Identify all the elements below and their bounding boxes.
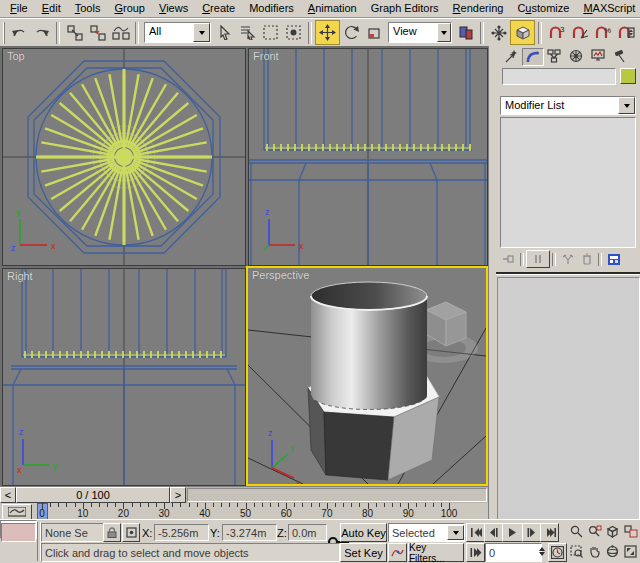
play-button[interactable] [502,523,523,542]
window-crossing-button[interactable] [282,21,305,44]
pin-stack-button[interactable] [499,252,518,267]
tab-hierarchy[interactable] [544,48,564,64]
default-tangents-button[interactable] [388,543,407,562]
goto-end-button[interactable] [540,523,559,542]
menu-modifiers[interactable]: Modifiers [242,1,301,16]
zoom-all-button[interactable] [586,523,603,540]
x-coord-field[interactable]: -5.256m [154,524,209,541]
prev-frame-button[interactable] [484,523,503,542]
frame-spinner[interactable] [537,544,546,559]
cylinder[interactable] [311,282,427,410]
show-end-result-button[interactable] [526,250,550,268]
modifier-list-dropdown[interactable]: Modifier List [500,96,636,115]
select-and-scale-button[interactable] [363,21,386,44]
key-filters-button[interactable]: Key Filters... [408,543,464,562]
viewport-perspective[interactable]: z y x Perspective [246,266,488,486]
undo-button[interactable] [7,21,30,44]
tab-utilities[interactable] [610,48,630,64]
remove-modifier-button[interactable] [577,252,596,267]
menu-customize[interactable]: Customize [510,1,576,16]
menu-tools[interactable]: Tools [68,1,108,16]
minmax-toggle-button[interactable] [622,543,639,560]
select-object-button[interactable] [213,21,236,44]
menu-rendering[interactable]: Rendering [446,1,511,16]
time-configuration-button[interactable] [548,543,567,562]
bind-to-spacewarp-button[interactable] [109,21,132,44]
spinner-snap-button[interactable] [614,21,637,44]
ruler-tick [302,503,303,507]
unlink-selection-button[interactable] [86,21,109,44]
ruler-number: 60 [281,508,292,519]
tab-create[interactable] [500,48,520,64]
region-zoom-button[interactable] [568,543,585,560]
reference-coordinate-dropdown[interactable]: View [388,22,452,43]
mini-curve-editor-button[interactable] [2,504,32,520]
dropdown-arrow-icon[interactable] [193,23,210,42]
viewport-front[interactable]: z x Front [248,48,488,266]
y-coord-field[interactable]: -3.274m [222,524,277,541]
time-slider-next-button[interactable]: > [170,487,186,503]
menu-edit[interactable]: Edit [35,1,68,16]
selection-lock-button[interactable] [103,523,121,542]
move-icon [319,24,336,41]
object-name-field[interactable] [502,68,616,85]
ruler-number: 90 [403,508,414,519]
z-coord-field[interactable]: 0.0m [288,524,327,541]
key-filter-dropdown[interactable]: Selected [388,523,465,542]
selection-filter-dropdown[interactable]: All [144,22,211,43]
object-color-swatch[interactable] [620,68,636,84]
dropdown-arrow-icon[interactable] [618,97,635,114]
use-pivot-center-button[interactable] [454,21,477,44]
select-by-name-button[interactable] [236,21,259,44]
menu-group[interactable]: Group [107,1,152,16]
track-bar-ruler[interactable]: 0102030405060708090100 [32,503,486,520]
tab-display[interactable] [588,48,608,64]
menu-views[interactable]: Views [152,1,195,16]
make-unique-button[interactable] [558,252,577,267]
time-slider-handle[interactable]: 0 / 100 [16,487,170,503]
menu-maxscript[interactable]: MAXScript [576,1,640,16]
maxscript-macro-recorder[interactable] [1,523,36,542]
menu-file[interactable]: File [3,1,35,16]
time-slider-prev-button[interactable]: < [0,487,16,503]
menu-graph-editors[interactable]: Graph Editors [364,1,446,16]
time-slider-track[interactable] [187,488,487,502]
select-and-rotate-button[interactable] [340,21,363,44]
ruler-tick [172,503,173,507]
auto-key-button[interactable]: Auto Key [340,523,387,542]
zoom-extents-button[interactable] [604,523,621,540]
rollout-area[interactable] [497,277,640,520]
absolute-mode-button[interactable] [122,523,140,542]
percent-snap-button[interactable]: % [591,21,614,44]
zoom-extents-all-button[interactable] [622,523,639,540]
select-and-link-button[interactable] [63,21,86,44]
key-filter-value: Selected [392,527,447,539]
select-and-move-button[interactable] [315,20,340,45]
select-and-manipulate-button[interactable] [487,21,510,44]
pan-button[interactable] [586,543,603,560]
arc-rotate-button[interactable] [604,543,621,560]
dropdown-arrow-icon[interactable] [437,23,451,42]
cube-snap-button[interactable] [510,20,535,45]
snaps-toggle-button[interactable]: 3 [545,21,568,44]
zoom-button[interactable] [568,523,585,540]
selection-region-button[interactable] [259,21,282,44]
next-frame-button[interactable] [522,523,541,542]
goto-start-button[interactable] [466,523,485,542]
key-mode-button[interactable] [466,543,485,562]
play-icon [508,528,517,537]
angle-snap-button[interactable] [568,21,591,44]
toolbar-handle[interactable] [3,22,5,44]
viewport-right[interactable]: z y x Right [2,268,246,486]
tab-motion[interactable] [566,48,586,64]
set-key-button[interactable]: Set Key [340,543,387,562]
current-frame-field[interactable]: 0 [485,543,542,562]
configure-modifier-sets-button[interactable] [604,252,623,267]
redo-button[interactable] [30,21,53,44]
menu-animation[interactable]: Animation [301,1,364,16]
dropdown-arrow-icon[interactable] [447,525,464,540]
modifier-stack-list[interactable] [500,117,636,248]
viewport-top[interactable]: y x z Top [2,48,246,266]
tab-modify[interactable] [522,48,544,66]
menu-create[interactable]: Create [195,1,242,16]
